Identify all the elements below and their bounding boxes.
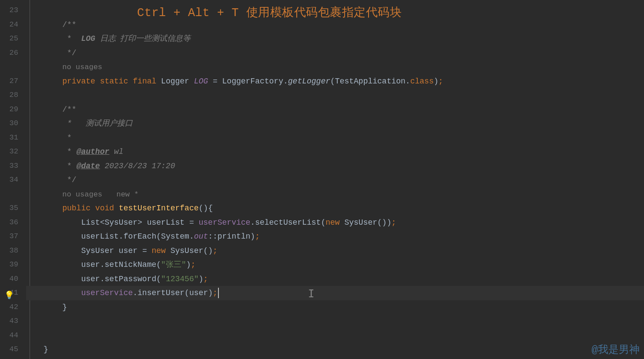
code-line[interactable]: public void testUserInterface(){ xyxy=(26,201,644,216)
kw: private xyxy=(62,77,95,86)
line-number: 45 xyxy=(0,342,26,357)
line-number xyxy=(0,60,26,74)
type: List xyxy=(81,218,100,227)
var: user xyxy=(81,275,100,283)
code-line[interactable]: SysUser user = new SysUser(); xyxy=(26,244,644,258)
type: Logger xyxy=(161,77,189,86)
kw: void xyxy=(95,204,114,213)
doc-comment: * xyxy=(62,133,72,142)
doc-comment: 日志 打印一些测试信息等 xyxy=(95,34,191,43)
line-number: 37 xyxy=(0,229,26,244)
code-line[interactable]: * @author wl xyxy=(26,145,644,159)
lightbulb-icon[interactable]: 💡 xyxy=(4,289,14,303)
kw: new xyxy=(325,218,339,227)
code-line[interactable]: * xyxy=(26,131,644,145)
field: userService xyxy=(81,289,133,297)
doc-comment: */ xyxy=(62,176,76,184)
line-number: 35 xyxy=(0,201,26,216)
line-number: 44 xyxy=(0,329,26,343)
line-number: 40 xyxy=(0,272,26,286)
code-line[interactable]: */ xyxy=(26,46,644,60)
type: SysUser xyxy=(171,246,204,255)
line-number: 29 xyxy=(0,103,26,117)
code-line-current[interactable]: 💡 userService.insertUser(user);𝙸 xyxy=(26,286,644,300)
var: userList xyxy=(81,232,118,241)
code-line[interactable]: } xyxy=(26,300,644,315)
brace: } xyxy=(44,345,48,354)
doc-comment: * 测试用户接口 xyxy=(62,119,133,128)
usage-hint[interactable]: no usages xyxy=(62,63,102,71)
code-line[interactable]: * LOG 日志 打印一些测试信息等 xyxy=(26,32,644,46)
brace: } xyxy=(62,303,67,312)
method: getLogger xyxy=(288,77,330,86)
doc-comment: /** xyxy=(62,105,76,114)
banner-shortcut-hint: Ctrl + Alt + T 使用模板代码包裹指定代码块 xyxy=(137,4,402,20)
code-line[interactable]: * @date 2023/8/23 17:20 xyxy=(26,159,644,173)
line-number: 38 xyxy=(0,244,26,258)
var: user xyxy=(119,246,138,255)
line-number xyxy=(0,187,26,202)
doc-comment: wl xyxy=(109,147,123,156)
var: user xyxy=(189,289,208,297)
line-number: 30 xyxy=(0,116,26,131)
doc-comment: /** xyxy=(62,20,76,29)
field: out xyxy=(194,232,208,241)
method: forEach xyxy=(124,232,157,241)
method: println xyxy=(218,232,251,241)
code-line[interactable]: } xyxy=(26,342,644,357)
method: insertUser xyxy=(138,289,184,297)
line-number: 25 xyxy=(0,32,26,46)
kw: final xyxy=(133,77,156,86)
inlay-hint-line[interactable]: no usages new * xyxy=(26,187,644,202)
doc-comment: */ xyxy=(62,49,76,57)
method: setPassword xyxy=(104,275,156,283)
code-line[interactable] xyxy=(26,314,644,329)
line-number: 23 xyxy=(0,3,26,18)
line-number: 24 xyxy=(0,18,26,32)
line-number: 34 xyxy=(0,173,26,187)
kw: public xyxy=(62,204,91,213)
code-line[interactable]: private static final Logger LOG = Logger… xyxy=(26,74,644,89)
code-line[interactable]: user.setNickName("张三"); xyxy=(26,258,644,272)
doc-comment: LOG xyxy=(81,34,95,43)
code-line[interactable]: userList.forEach(System.out::println); xyxy=(26,229,644,244)
method: testUserInterface xyxy=(119,204,199,213)
code-line[interactable]: * 测试用户接口 xyxy=(26,116,644,131)
type: SysUser xyxy=(344,218,377,227)
type: LoggerFactory xyxy=(222,77,283,86)
code-line[interactable]: List<SysUser> userList = userService.sel… xyxy=(26,216,644,230)
kw: new xyxy=(151,246,165,255)
code-line[interactable] xyxy=(26,329,644,343)
code-line[interactable]: /** xyxy=(26,103,644,117)
doc-tag-date: @date xyxy=(77,162,100,170)
inlay-hint-line[interactable]: no usages xyxy=(26,60,644,74)
type: SysUser xyxy=(104,218,138,227)
kw: class xyxy=(410,77,434,86)
code-line[interactable]: user.setPassword("123456"); xyxy=(26,272,644,286)
text-caret xyxy=(218,288,219,298)
doc-comment: * xyxy=(62,162,76,170)
kw: static xyxy=(100,77,128,86)
code-line[interactable] xyxy=(26,88,644,103)
line-number: 36 xyxy=(0,216,26,230)
line-number: 33 xyxy=(0,159,26,173)
line-number: 27 xyxy=(0,74,26,89)
doc-comment: * xyxy=(62,147,76,156)
var: userList xyxy=(147,218,184,227)
watermark-text: @我是男神 xyxy=(592,342,640,356)
string: "123456" xyxy=(161,275,198,283)
code-area[interactable]: /** * LOG 日志 打印一些测试信息等 */ no usages priv… xyxy=(26,0,644,359)
line-number: 32 xyxy=(0,145,26,159)
doc-comment: * xyxy=(62,34,81,43)
method: setNickName xyxy=(104,260,156,269)
code-editor[interactable]: 23 24 25 26 27 28 29 30 31 32 33 34 35 3… xyxy=(0,0,644,359)
line-number: 26 xyxy=(0,46,26,60)
line-number-gutter: 23 24 25 26 27 28 29 30 31 32 33 34 35 3… xyxy=(0,0,26,359)
type: SysUser xyxy=(81,246,114,255)
field: LOG xyxy=(194,77,208,86)
code-line[interactable]: */ xyxy=(26,173,644,187)
type: System xyxy=(161,232,189,241)
vcs-hint[interactable]: new * xyxy=(116,190,138,199)
usage-hint[interactable]: no usages xyxy=(62,190,102,199)
line-number: 43 xyxy=(0,314,26,329)
